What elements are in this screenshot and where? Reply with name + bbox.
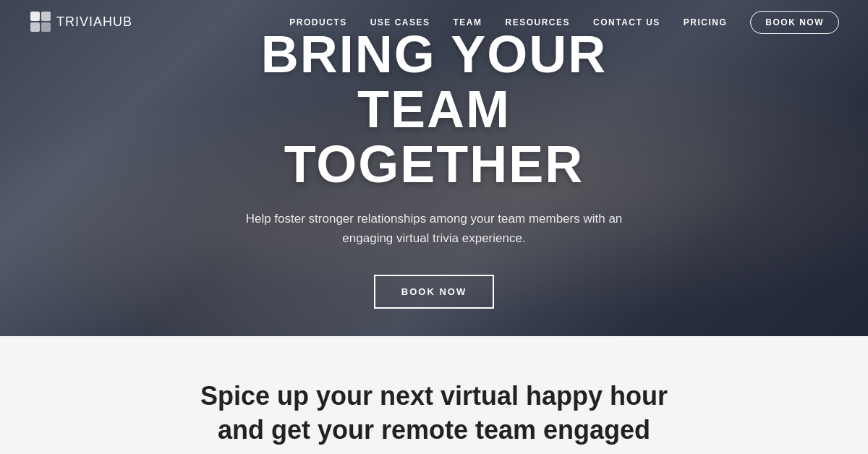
logo-icon [29, 10, 52, 33]
hero-section: BRING YOUR TEAM TOGETHER Help foster str… [0, 0, 868, 336]
nav-item-contact-us[interactable]: CONTACT US [593, 17, 660, 27]
navbar: TRIVIAHUB PRODUCTS USE CASES TEAM RESOUR… [0, 0, 868, 43]
nav-item-use-cases[interactable]: USE CASES [370, 17, 430, 27]
logo-text: TRIVIAHUB [56, 14, 132, 30]
logo-bold: TRIVIA [56, 14, 103, 29]
nav-item-team[interactable]: TEAM [454, 17, 482, 27]
svg-rect-1 [41, 12, 51, 21]
nav-item-pricing[interactable]: PRICING [684, 17, 728, 27]
logo[interactable]: TRIVIAHUB [29, 10, 132, 33]
hero-title: BRING YOUR TEAM TOGETHER [181, 27, 687, 192]
section-heading: Spice up your next virtual happy hour an… [181, 380, 687, 447]
nav-item-resources[interactable]: RESOURCES [506, 17, 571, 27]
svg-rect-2 [30, 22, 40, 32]
logo-light: HUB [103, 14, 132, 29]
hero-book-now-button[interactable]: BOOK NOW [374, 275, 494, 309]
hero-content: BRING YOUR TEAM TOGETHER Help foster str… [181, 27, 687, 308]
below-hero-section: Spice up your next virtual happy hour an… [0, 336, 868, 454]
hero-subtitle: Help foster stronger relationships among… [231, 209, 637, 248]
nav-links: PRODUCTS USE CASES TEAM RESOURCES CONTAC… [289, 15, 839, 28]
nav-book-now-button[interactable]: BOOK NOW [750, 11, 839, 34]
hero-title-line2: TOGETHER [284, 135, 584, 193]
svg-rect-3 [41, 22, 51, 32]
svg-rect-0 [30, 12, 40, 21]
nav-item-products[interactable]: PRODUCTS [289, 17, 346, 27]
